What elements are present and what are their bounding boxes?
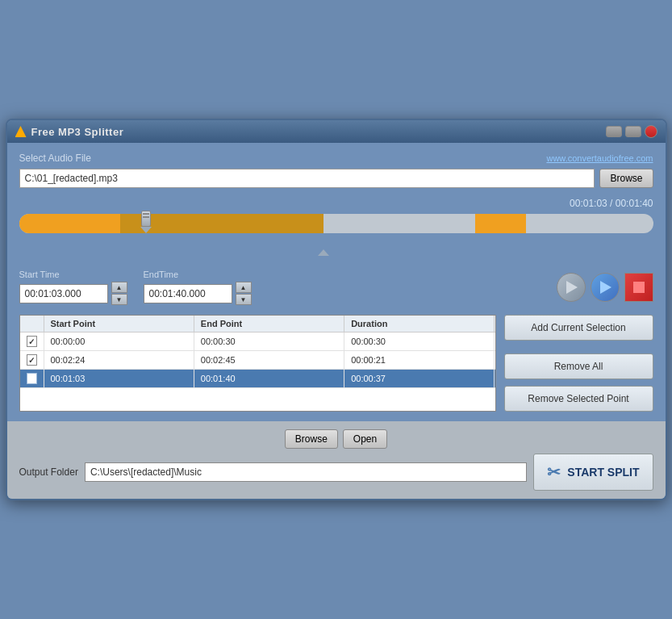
remove-selected-button[interactable]: Remove Selected Point <box>504 386 653 412</box>
time-controls: Start Time ▲ ▼ EndTime ▲ ▼ <box>19 270 653 305</box>
end-time-spinners: ▲ ▼ <box>236 282 252 305</box>
timeline-section <box>19 214 653 257</box>
start-time-spinners: ▲ ▼ <box>111 282 127 305</box>
open-button[interactable]: Open <box>343 429 387 449</box>
time-display: 00:01:03 / 00:01:40 <box>19 198 653 209</box>
stop-icon <box>633 282 645 293</box>
title-bar-left: Free MP3 Splitter <box>15 126 124 138</box>
handle-arrow <box>140 227 152 233</box>
scissors-icon: ✂ <box>547 462 561 482</box>
timeline-track[interactable] <box>19 214 653 233</box>
start-time-down-button[interactable]: ▼ <box>111 294 127 305</box>
add-selection-button[interactable]: Add Current Selection <box>504 315 653 341</box>
output-folder-label: Output Folder <box>19 466 78 478</box>
end-time-down-button[interactable]: ▼ <box>236 294 252 305</box>
row1-checkbox[interactable] <box>27 336 37 347</box>
row1-end: 00:00:30 <box>194 333 344 350</box>
output-browse-button[interactable]: Browse <box>285 429 338 449</box>
app-icon <box>15 126 27 137</box>
end-time-input[interactable] <box>144 284 232 303</box>
end-handle-arrow <box>318 249 329 256</box>
header-start-point: Start Point <box>44 316 194 332</box>
row3-start: 00:01:03 <box>44 370 194 387</box>
start-split-label: START SPLIT <box>567 466 639 479</box>
start-time-group: Start Time ▲ ▼ <box>19 270 127 305</box>
row1-duration: 00:00:30 <box>344 333 495 350</box>
handle-grip <box>143 213 149 215</box>
start-time-label: Start Time <box>19 270 127 279</box>
browse-open-row: Browse Open <box>19 429 653 449</box>
play-icon <box>566 281 578 294</box>
play-selection-icon <box>600 281 611 294</box>
start-time-up-button[interactable]: ▲ <box>111 282 127 293</box>
end-time-up-button[interactable]: ▲ <box>236 282 252 293</box>
slider-handle-main[interactable] <box>140 211 152 233</box>
output-folder-input[interactable] <box>85 462 527 482</box>
header-duration: Duration <box>344 316 495 332</box>
browse-file-button[interactable]: Browse <box>599 169 653 188</box>
bottom-full-row: Output Folder ✂ START SPLIT <box>19 454 653 491</box>
row2-checkbox[interactable] <box>27 354 37 366</box>
playback-controls <box>557 273 653 302</box>
end-time-group: EndTime ▲ ▼ <box>144 270 252 305</box>
row2-end: 00:02:45 <box>194 351 344 369</box>
maximize-button[interactable] <box>625 126 641 137</box>
end-time-row: ▲ ▼ <box>144 282 252 305</box>
table-header: Start Point End Point Duration <box>20 316 495 333</box>
file-row: Browse <box>19 169 653 188</box>
split-points-table: Start Point End Point Duration 00:00:00 … <box>19 315 496 412</box>
start-split-button[interactable]: ✂ START SPLIT <box>533 454 653 491</box>
window-title: Free MP3 Splitter <box>31 126 124 138</box>
slider-handle-end[interactable] <box>318 249 329 256</box>
middle-section: Start Point End Point Duration 00:00:00 … <box>19 315 653 412</box>
remove-all-button[interactable]: Remove All <box>504 353 653 379</box>
main-window: Free MP3 Splitter Select Audio File www.… <box>6 119 667 500</box>
bottom-section: Browse Open Output Folder ✂ START SPLIT <box>7 421 666 499</box>
close-button[interactable] <box>645 125 657 138</box>
window-controls <box>606 125 657 138</box>
header-end-point: End Point <box>194 316 344 332</box>
table-row[interactable]: 00:00:00 00:00:30 00:00:30 <box>20 333 495 351</box>
top-section: Select Audio File www.convertaudiofree.c… <box>19 153 653 164</box>
header-checkbox-col <box>20 316 44 332</box>
track-fill-left <box>19 214 121 233</box>
start-time-input[interactable] <box>19 284 108 303</box>
main-content: Select Audio File www.convertaudiofree.c… <box>7 143 666 499</box>
row2-start: 00:02:24 <box>44 351 194 369</box>
end-handle-area <box>19 233 653 241</box>
title-bar: Free MP3 Splitter <box>7 120 666 143</box>
row3-duration: 00:00:37 <box>344 370 495 387</box>
row3-end: 00:01:40 <box>194 370 344 387</box>
file-path-input[interactable] <box>19 169 595 188</box>
handle-body <box>141 211 151 227</box>
row3-checkbox[interactable] <box>27 373 37 384</box>
play-selection-button[interactable] <box>591 273 620 302</box>
right-buttons-panel: Add Current Selection Remove All Remove … <box>504 315 653 412</box>
table-row[interactable]: 00:01:03 00:01:40 00:00:37 <box>20 370 495 388</box>
play-button[interactable] <box>557 273 586 302</box>
row1-checkbox-cell[interactable] <box>20 333 44 350</box>
row3-checkbox-cell[interactable] <box>20 370 44 387</box>
row2-checkbox-cell[interactable] <box>20 351 44 369</box>
stop-button[interactable] <box>624 273 653 302</box>
website-link[interactable]: www.convertaudiofree.com <box>546 153 653 163</box>
start-time-row: ▲ ▼ <box>19 282 127 305</box>
select-audio-label: Select Audio File <box>19 153 91 164</box>
minimize-button[interactable] <box>606 126 622 137</box>
row1-start: 00:00:00 <box>44 333 194 350</box>
track-fill-right <box>475 214 526 233</box>
row2-duration: 00:00:21 <box>344 351 495 369</box>
table-row[interactable]: 00:02:24 00:02:45 00:00:21 <box>20 351 495 370</box>
end-time-label: EndTime <box>144 270 252 279</box>
handle-grip-2 <box>143 216 149 218</box>
